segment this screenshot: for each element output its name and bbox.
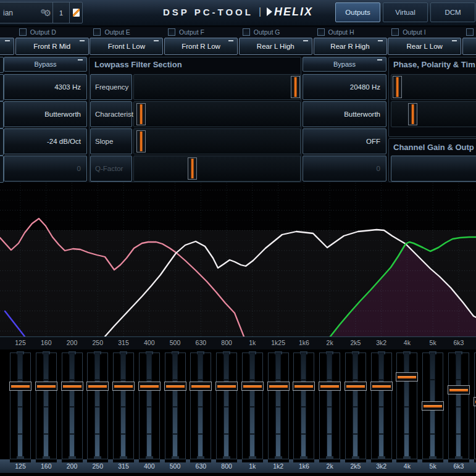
left-value-field[interactable]: 0 (4, 156, 87, 182)
slider-groove[interactable] (456, 353, 461, 458)
slider-groove[interactable] (172, 353, 178, 458)
output-checkbox[interactable] (168, 28, 175, 36)
eq-band-label: 5k (430, 462, 436, 470)
output-channel-column: Output F Front R Low (164, 27, 239, 55)
phase-slider-track[interactable] (391, 74, 476, 100)
preset-name[interactable]: ian (0, 9, 40, 17)
output-label: Output I (403, 28, 425, 36)
channel-select-button[interactable]: Front R Low (164, 38, 238, 55)
slider-groove[interactable] (69, 353, 75, 458)
right-value-field[interactable]: Butterworth (303, 101, 386, 127)
channel-name: Front R Low (182, 43, 220, 50)
slider-groove[interactable] (301, 353, 306, 458)
slider-groove[interactable] (94, 353, 100, 458)
param-slider-track[interactable] (133, 128, 301, 154)
right-value-field[interactable]: OFF (303, 128, 386, 154)
eq-slider-handle[interactable] (112, 382, 135, 391)
nav-button[interactable]: Virtual (383, 2, 428, 22)
slider-groove[interactable] (275, 353, 281, 458)
nav-button[interactable]: Outputs (335, 2, 380, 22)
slider-handle[interactable] (188, 157, 197, 180)
eq-slider-handle[interactable] (396, 372, 418, 382)
slider-groove[interactable] (17, 353, 23, 458)
channel-select-button[interactable]: Rear R High (314, 38, 387, 55)
channel-select-button[interactable]: Front L Low (90, 38, 163, 55)
param-slider-track[interactable] (133, 156, 301, 182)
eq-slider-handle[interactable] (370, 382, 393, 391)
eq-band-label: 500 (170, 462, 181, 470)
eq-slider-handle[interactable] (319, 382, 341, 391)
right-value-field[interactable]: 0 (303, 156, 386, 182)
axis-tick-label: 800 (221, 339, 232, 346)
output-channel-column (0, 27, 15, 55)
eq-slider-handle[interactable] (422, 401, 444, 411)
channel-select-button[interactable]: Rear L High (239, 38, 312, 55)
eq-slider-handle[interactable] (215, 382, 238, 391)
eq-slider-handle[interactable] (164, 382, 186, 391)
slider-handle[interactable] (393, 76, 402, 98)
phase-slider-track[interactable] (391, 101, 476, 127)
slider-groove[interactable] (249, 353, 255, 458)
eq-slider-handle[interactable] (61, 382, 83, 391)
device-number[interactable]: 1 (52, 2, 69, 23)
eq-slider-handle[interactable] (138, 382, 161, 391)
slider-handle[interactable] (136, 103, 146, 125)
output-tab: Output G (243, 28, 280, 36)
param-slider-track[interactable] (133, 101, 301, 127)
edit-preset-button[interactable] (69, 2, 82, 23)
left-value-field[interactable]: -24 dB/Oct (4, 128, 87, 154)
channel-select-button[interactable] (462, 38, 476, 55)
channel-select-button[interactable] (0, 38, 14, 55)
eq-slider-handle[interactable] (190, 382, 212, 391)
slider-groove[interactable] (43, 353, 49, 458)
eq-slider-handle[interactable] (474, 397, 476, 406)
channel-select-button[interactable]: Rear L Low (388, 38, 461, 55)
settings-gears-icon[interactable]: ⚙⚙ (40, 8, 49, 18)
output-checkbox[interactable] (19, 28, 27, 36)
eq-slider-handle[interactable] (293, 382, 315, 391)
eq-band-slider (448, 351, 470, 459)
axis-tick-label: 1k6 (299, 339, 309, 346)
eq-slider-handle[interactable] (35, 382, 57, 391)
eq-slider-handle[interactable] (241, 382, 264, 391)
left-value-field[interactable]: 4303 Hz (4, 74, 87, 100)
bottom-strip (0, 473, 476, 476)
right-value-field[interactable]: 20480 Hz (303, 74, 386, 100)
slider-handle[interactable] (136, 130, 146, 152)
preset-box[interactable]: ian ⚙⚙ 1 (0, 2, 83, 23)
slider-groove[interactable] (404, 353, 409, 458)
left-value-field[interactable]: Butterworth (4, 101, 87, 127)
output-checkbox[interactable] (466, 28, 474, 36)
channel-select-button[interactable]: Front R Mid (15, 38, 89, 55)
slider-groove[interactable] (120, 353, 126, 458)
eq-slider-handle[interactable] (86, 382, 109, 391)
eq-slider-handle[interactable] (344, 382, 367, 391)
axis-tick-label: 400 (144, 339, 155, 346)
slider-groove[interactable] (198, 353, 203, 458)
slider-groove[interactable] (378, 353, 384, 458)
slider-handle[interactable] (408, 103, 417, 125)
bypass-button-right[interactable]: Bypass (303, 57, 386, 72)
output-checkbox[interactable] (317, 28, 325, 36)
eq-band-slider (474, 351, 476, 459)
slider-groove[interactable] (353, 353, 358, 458)
slider-groove[interactable] (146, 353, 152, 458)
top-bar: ian ⚙⚙ 1 DSP PC-TOOL | HELIX OutputsVirt… (0, 0, 476, 27)
phase-title: Phase, Polarity & Tim (393, 60, 475, 69)
slider-handle[interactable] (291, 76, 300, 98)
logo-dsp-pc-tool: DSP PC-TOOL (163, 7, 253, 17)
eq-band-label: 800 (221, 462, 232, 470)
eq-slider-handle[interactable] (9, 382, 31, 391)
nav-button[interactable]: DCM (430, 2, 475, 22)
output-checkbox[interactable] (243, 28, 250, 36)
output-checkbox[interactable] (391, 28, 399, 36)
param-slider-track[interactable] (133, 74, 301, 100)
output-checkbox[interactable] (93, 28, 101, 36)
slider-groove[interactable] (327, 353, 332, 458)
gain-value-field[interactable] (391, 156, 476, 182)
output-tab: Output E (93, 28, 130, 36)
eq-slider-handle[interactable] (448, 385, 470, 395)
slider-groove[interactable] (223, 353, 229, 458)
eq-slider-handle[interactable] (267, 382, 290, 391)
bypass-button-left[interactable]: Bypass (4, 57, 87, 72)
